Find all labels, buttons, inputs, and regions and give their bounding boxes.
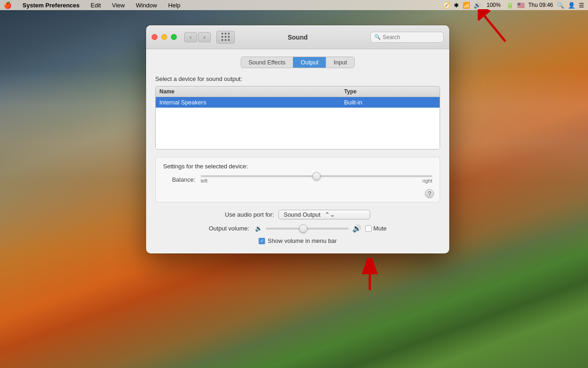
search-menubar-icon[interactable]: 🔍 bbox=[557, 2, 564, 9]
maximize-button[interactable] bbox=[171, 34, 177, 40]
volume-slider[interactable] bbox=[266, 228, 349, 230]
window-body: Sound Effects Output Input Select a devi… bbox=[146, 49, 449, 253]
help-button[interactable]: ? bbox=[425, 189, 434, 198]
menubar-window-item[interactable]: Window bbox=[134, 2, 159, 9]
audio-port-label: Use audio port for: bbox=[225, 211, 274, 218]
menubar-help-item[interactable]: Help bbox=[166, 2, 182, 9]
menubar-left: 🍎 System Preferences Sound Effects Edit … bbox=[4, 1, 182, 9]
nav-buttons: ‹ › bbox=[184, 32, 211, 42]
table-header: Name Type bbox=[156, 86, 440, 97]
balance-left-label: left bbox=[201, 178, 208, 184]
column-name-header: Name bbox=[159, 88, 344, 95]
mute-label: Mute bbox=[373, 225, 387, 232]
settings-section: Settings for the selected device: Balanc… bbox=[155, 157, 440, 202]
compass-icon: 🧭 bbox=[443, 2, 450, 9]
menubar-view-item[interactable]: View bbox=[110, 2, 127, 9]
wifi-icon: 📶 bbox=[463, 2, 470, 9]
table-row[interactable]: Internal Speakers Built-in bbox=[156, 97, 440, 108]
search-box[interactable]: 🔍 bbox=[370, 32, 444, 43]
window-titlebar: ‹ › Sound 🔍 bbox=[146, 25, 449, 49]
tabs-container: Sound Effects Output Input bbox=[155, 57, 440, 68]
traffic-lights bbox=[152, 34, 177, 40]
menubar: 🍎 System Preferences Sound Effects Edit … bbox=[0, 0, 588, 10]
menubar-app-name[interactable]: System Preferences bbox=[21, 2, 81, 9]
battery-icon: 🔋 bbox=[506, 2, 514, 9]
balance-right-label: right bbox=[423, 178, 432, 184]
grid-dots-icon bbox=[221, 33, 230, 41]
mute-checkbox[interactable]: Mute bbox=[365, 225, 387, 232]
user-icon: 👤 bbox=[568, 2, 575, 9]
grid-view-button[interactable] bbox=[216, 31, 235, 44]
show-volume-label: Show volume in menu bar bbox=[268, 237, 337, 244]
balance-label: Balance: bbox=[163, 176, 195, 183]
mute-check-box[interactable] bbox=[365, 225, 372, 232]
settings-section-label: Settings for the selected device: bbox=[163, 163, 432, 170]
search-icon: 🔍 bbox=[374, 34, 381, 40]
device-table: Name Type Internal Speakers Built-in bbox=[155, 86, 440, 150]
volume-fill bbox=[266, 228, 303, 230]
audio-port-value: Sound Output bbox=[283, 211, 325, 218]
show-volume-row: ✓ Show volume in menu bar bbox=[163, 237, 433, 244]
flag-icon: 🇺🇸 bbox=[517, 2, 525, 9]
forward-button[interactable]: › bbox=[198, 32, 211, 42]
volume-low-icon: 🔈 bbox=[255, 225, 262, 232]
window-title: Sound bbox=[288, 34, 308, 41]
volume-menubar-icon[interactable]: 🔊 bbox=[474, 2, 481, 9]
show-volume-checkbox[interactable]: ✓ bbox=[259, 238, 265, 244]
balance-row: Balance: left right bbox=[163, 175, 432, 184]
volume-high-icon: 🔊 bbox=[352, 224, 362, 233]
close-button[interactable] bbox=[152, 34, 158, 40]
apple-logo-icon[interactable]: 🍎 bbox=[4, 1, 11, 9]
device-type-cell: Built-in bbox=[344, 99, 436, 106]
balance-thumb[interactable] bbox=[312, 172, 321, 180]
bottom-controls: Use audio port for: Sound Output ⌃⌄ Outp… bbox=[155, 210, 440, 244]
volume-row: Output volume: 🔈 🔊 Mute bbox=[163, 224, 433, 233]
table-empty-area bbox=[156, 108, 440, 149]
menubar-right: 🧭 ✱ 📶 🔊 100% 🔋 🇺🇸 Thu 09:46 🔍 👤 ☰ bbox=[443, 2, 584, 9]
volume-thumb[interactable] bbox=[299, 224, 307, 233]
balance-slider-container: left right bbox=[201, 175, 432, 184]
tab-input[interactable]: Input bbox=[326, 57, 354, 68]
minimize-button[interactable] bbox=[161, 34, 167, 40]
search-input[interactable] bbox=[383, 34, 440, 40]
select-arrow-icon: ⌃⌄ bbox=[325, 211, 366, 218]
tab-output[interactable]: Output bbox=[293, 57, 326, 68]
table-body: Internal Speakers Built-in bbox=[156, 97, 440, 149]
column-type-header: Type bbox=[344, 88, 436, 95]
tab-sound-effects[interactable]: Sound Effects bbox=[241, 57, 294, 68]
device-section-label: Select a device for sound output: bbox=[155, 75, 440, 82]
back-button[interactable]: ‹ bbox=[184, 32, 197, 42]
sound-preferences-window: ‹ › Sound 🔍 Sound Effects Output Input bbox=[146, 25, 449, 253]
balance-track bbox=[201, 175, 432, 177]
output-volume-label: Output volume: bbox=[209, 225, 249, 232]
audio-port-row: Use audio port for: Sound Output ⌃⌄ bbox=[163, 210, 433, 219]
tabs: Sound Effects Output Input bbox=[241, 57, 355, 68]
menubar-edit-item[interactable]: Edit bbox=[89, 2, 102, 9]
menubar-time: Thu 09:46 bbox=[528, 2, 553, 8]
device-name-cell: Internal Speakers bbox=[159, 99, 344, 106]
audio-port-select[interactable]: Sound Output ⌃⌄ bbox=[278, 210, 370, 219]
bluetooth-icon: ✱ bbox=[454, 2, 459, 9]
battery-percent: 100% bbox=[485, 2, 503, 8]
list-icon: ☰ bbox=[579, 2, 584, 9]
